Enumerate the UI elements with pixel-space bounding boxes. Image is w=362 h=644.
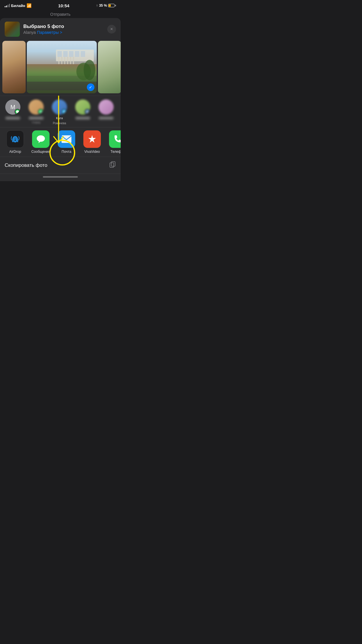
app-item-mail[interactable]: Почта <box>54 130 79 154</box>
share-thumbnail <box>5 22 20 37</box>
contact-avatar-darya: W <box>29 99 44 115</box>
app-item-messages[interactable]: Сообщения <box>28 130 54 154</box>
messages-label: Сообщения <box>31 150 50 154</box>
airdrop-icon <box>6 130 24 148</box>
home-indicator <box>0 174 121 181</box>
photo-small-left-img <box>2 41 26 93</box>
photo-thumb-small-left <box>2 41 26 93</box>
contact-subname-darya: Уткина <box>32 121 41 124</box>
photo-small-right-img <box>98 41 121 93</box>
contact-badge-telegram: ✈ <box>61 109 67 115</box>
photo-thumb-small-right <box>98 41 121 93</box>
svg-point-20 <box>37 135 45 142</box>
svg-point-17 <box>16 111 19 113</box>
photo-thumb-main: ✓ <box>27 41 97 93</box>
mail-icon <box>58 130 75 148</box>
contact-item-katya[interactable]: ✈ Катя Ромачева <box>49 99 70 125</box>
share-location: Alanya <box>23 30 36 35</box>
battery-label: 35 % <box>99 4 107 8</box>
svg-rect-12 <box>73 57 74 64</box>
dismiss-label: Отправить <box>50 12 70 17</box>
close-button[interactable]: × <box>107 25 116 34</box>
status-left: Билайн 📶 <box>5 3 31 8</box>
contact-item-kati[interactable]: В <box>72 99 93 125</box>
svg-point-19 <box>15 141 16 143</box>
signal-icon <box>5 4 10 7</box>
svg-rect-5 <box>75 51 79 57</box>
contact-name-m2 <box>99 117 113 119</box>
svg-rect-25 <box>110 163 114 167</box>
svg-marker-23 <box>88 135 96 143</box>
action-copy-photo[interactable]: Скопировать фото <box>0 157 121 174</box>
svg-rect-22 <box>61 135 71 143</box>
photo-item-main[interactable]: ✓ <box>27 41 97 93</box>
messages-bubble-icon <box>36 134 46 144</box>
contact-avatar-m2 <box>99 99 114 115</box>
vivavideo-icon <box>83 130 101 148</box>
status-right: ↑ 35 % <box>96 4 116 8</box>
svg-point-16 <box>84 60 95 80</box>
contact-item-m[interactable]: M <box>2 99 23 125</box>
dismiss-bar: Отправить <box>0 10 121 18</box>
photo-item-right[interactable] <box>98 41 121 93</box>
status-time: 10:54 <box>58 3 69 8</box>
share-subtitle: Alanya Параметры > <box>23 30 104 35</box>
contact-name-m <box>6 117 20 119</box>
contact-name-darya <box>29 117 43 119</box>
share-title: Выбрано 5 фото <box>23 24 104 29</box>
contact-subname-katya: Ромачева <box>53 122 66 125</box>
svg-rect-7 <box>58 57 59 64</box>
phone-label: Телефон <box>110 150 121 154</box>
vivavideo-label: VivaVideo <box>84 150 100 154</box>
svg-rect-2 <box>57 51 62 57</box>
app-item-phone[interactable]: Телефон <box>105 130 121 154</box>
contact-avatar-m: M <box>5 99 20 115</box>
mail-label: Почта <box>61 150 71 154</box>
actions-section: Скопировать фото <box>0 157 121 174</box>
svg-rect-3 <box>63 51 68 57</box>
status-bar: Билайн 📶 10:54 ↑ 35 % <box>0 0 121 10</box>
svg-marker-18 <box>16 112 17 113</box>
building-svg <box>27 41 97 93</box>
vivavideo-star-icon <box>87 134 97 144</box>
battery-tip <box>115 5 116 6</box>
share-header: Выбрано 5 фото Alanya Параметры > × <box>0 18 121 40</box>
contact-avatar-kati: В <box>75 99 90 115</box>
home-bar <box>43 176 78 178</box>
app-item-airdrop[interactable]: AirDrop <box>2 130 28 154</box>
contact-avatar-katya: ✈ <box>52 99 67 115</box>
svg-rect-11 <box>70 57 71 64</box>
photo-strip[interactable]: ✓ <box>0 40 121 96</box>
copy-photo-label: Скопировать фото <box>5 162 47 168</box>
phone-icon <box>109 130 121 148</box>
contact-badge-vk: В <box>85 109 90 115</box>
copy-icon-svg <box>109 161 116 168</box>
contact-item-darya[interactable]: W Уткина <box>26 99 47 125</box>
thumbnail-image <box>5 22 20 37</box>
share-sheet: Выбрано 5 фото Alanya Параметры > × <box>0 18 121 181</box>
svg-rect-8 <box>61 57 62 64</box>
contacts-row[interactable]: M W Уткина <box>0 96 121 127</box>
contact-badge-whatsapp: W <box>38 109 44 115</box>
app-item-vivavideo[interactable]: VivaVideo <box>79 130 105 154</box>
share-info: Выбрано 5 фото Alanya Параметры > <box>23 24 104 35</box>
airdrop-label: AirDrop <box>9 150 21 154</box>
location-icon: ↑ <box>96 4 98 8</box>
main-photo-image <box>27 41 97 93</box>
svg-rect-10 <box>67 57 68 64</box>
copy-photo-icon <box>109 161 116 169</box>
svg-rect-6 <box>81 51 85 57</box>
contact-item-m2[interactable] <box>96 99 117 125</box>
battery-body <box>108 4 115 7</box>
share-params[interactable]: Параметры > <box>37 30 62 35</box>
contact-name-kati <box>75 117 90 119</box>
wifi-icon: 📶 <box>27 3 31 8</box>
contact-name-katya: Катя <box>56 116 63 120</box>
battery-fill <box>109 4 111 7</box>
apps-row[interactable]: AirDrop Сообщения <box>0 127 121 157</box>
page-wrapper: Билайн 📶 10:54 ↑ 35 % Отправить Выбра <box>0 0 121 181</box>
contact-badge-messages <box>15 109 20 115</box>
messages-badge-icon <box>16 110 19 113</box>
photo-item-left[interactable] <box>2 41 26 93</box>
svg-rect-4 <box>69 51 73 57</box>
